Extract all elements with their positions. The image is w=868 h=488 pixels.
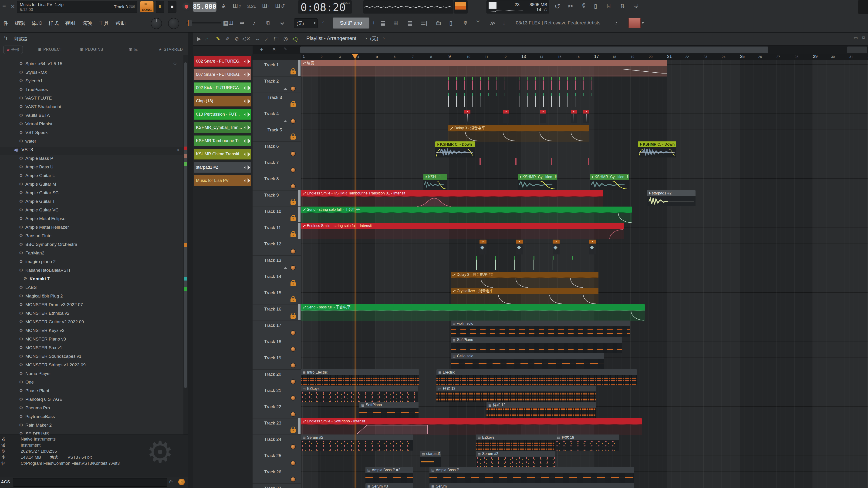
next-arrow-icon[interactable]: ➡: [240, 20, 244, 26]
picker-item-6[interactable]: KSHMR Tambourine Tr...: [194, 135, 251, 146]
track-lock-icon[interactable]: [290, 217, 296, 221]
track-header-10[interactable]: Track 10: [253, 206, 301, 223]
ruler-bar-31[interactable]: 31: [849, 55, 853, 59]
browser-item-ample-metal-hellrazer[interactable]: ⚙Ample Metal Hellrazer: [0, 224, 183, 232]
ruler-bar-2[interactable]: 2: [321, 55, 322, 59]
ruler-bar-26[interactable]: 26: [758, 55, 762, 59]
clip-audio-cymbal-8[interactable]: ⏵ KSH...1: [424, 174, 447, 190]
ruler-bar-16[interactable]: 16: [576, 55, 580, 59]
clip-midi-25[interactable]: ▤EZkeys: [301, 386, 418, 402]
track-header-2[interactable]: Track 2: [253, 76, 301, 93]
track-header-24[interactable]: Track 24: [253, 434, 301, 451]
browser-item-ample-guitar-sc[interactable]: ⚙Ample Guitar SC: [0, 190, 183, 198]
browser-scrollbar-handle[interactable]: [184, 62, 187, 388]
track-lock-icon[interactable]: [290, 282, 296, 286]
slip-tool-icon[interactable]: ↔: [254, 33, 261, 45]
picker-item-0[interactable]: 002 Snare - FUTUREG..: [194, 56, 251, 67]
ruler-bar-23[interactable]: 23: [704, 55, 707, 59]
ruler-bar-1[interactable]: 1: [303, 54, 305, 59]
browser-item-vaults-beta[interactable]: ⚙Vaults BETA: [0, 112, 183, 121]
note-icon[interactable]: ♪: [253, 20, 256, 26]
project-info-panel[interactable]: Music for Lisa PV_1.zip 5:12:00 Track 3 …: [17, 1, 137, 13]
clip-audio-cymbal-10[interactable]: ⏵ KSHMR_Cy...ition_15: [590, 174, 629, 190]
menu-3[interactable]: 样式: [45, 14, 62, 32]
browser-item-bbc-symphony-orchestra[interactable]: ⚙BBC Symphony Orchestra: [0, 242, 183, 250]
browser-tab-3[interactable]: ▣库: [126, 45, 141, 54]
clip-marker-brown[interactable]: ⏵◆: [516, 239, 523, 255]
main-menu-icon[interactable]: ≡: [2, 3, 6, 10]
link-icon[interactable]: ⧉: [266, 20, 270, 26]
track-lock-icon[interactable]: [290, 429, 296, 433]
browser-item-se-drums[interactable]: ⚙SE-DRUMS: [0, 431, 183, 434]
menu-2[interactable]: 添加: [28, 14, 45, 32]
clip-midi-36[interactable]: ▤Ample Bass P: [430, 467, 634, 483]
browser-item-numa-player[interactable]: ⚙Numa Player: [0, 371, 183, 379]
ruler-bar-14[interactable]: 14: [539, 55, 543, 59]
track-lock-icon[interactable]: [290, 298, 296, 302]
browser-tab-4[interactable]: ★STARRED: [155, 45, 186, 54]
browser-item-magical-8bit-plug-2[interactable]: ⚙Magical 8bit Plug 2: [0, 293, 183, 301]
track-header-8[interactable]: Track 8: [253, 174, 301, 191]
track-lock-icon[interactable]: [290, 315, 296, 319]
clip-audio-kshmr-6[interactable]: ⏵ KSHMR C. - Down: [638, 141, 676, 158]
browser-item-monster-strings-v1-2022-09[interactable]: ⚙MONSTER Strings v1.2022.09: [0, 362, 183, 370]
ruler-bar-8[interactable]: 8: [430, 55, 432, 59]
track-record-icon[interactable]: [291, 347, 295, 351]
clip-midi-34[interactable]: ▤Serum #2: [476, 451, 555, 467]
clip-audio-kshmr-5[interactable]: ⏵ KSHMR C. - Down: [435, 141, 475, 158]
tags-search-icon[interactable]: ○: [178, 479, 185, 485]
delete-tool-icon[interactable]: ⊘: [233, 33, 241, 45]
sound-preview-box[interactable]: [628, 18, 641, 28]
browser-item-monster-ethnica-v2[interactable]: ⚙MONSTER Ethnica v2: [0, 311, 183, 319]
menu-5[interactable]: 选项: [79, 14, 95, 32]
clip-midi-26[interactable]: ▤样式 13: [436, 386, 596, 402]
picker-item-2[interactable]: 002 Kick - FUTUREGA..: [194, 82, 251, 93]
track-header-18[interactable]: Track 18: [253, 337, 301, 353]
pattern-selector[interactable]: SoftPiano: [333, 18, 369, 29]
clip-marker-red[interactable]: ⏵: [464, 110, 470, 123]
pattern-prev-arrow[interactable]: ‹: [322, 20, 324, 25]
piano-roll-icon[interactable]: 𝄜: [394, 20, 398, 26]
track-header-23[interactable]: Track 23: [253, 418, 301, 435]
track-record-icon[interactable]: [291, 363, 295, 367]
ruler-bar-15[interactable]: 15: [558, 55, 561, 59]
browser-item-monster-sax-v1[interactable]: ⚙MONSTER Sax v1: [0, 345, 183, 353]
plugin-picker-icon[interactable]: 🜃: [280, 20, 285, 26]
track-header-3[interactable]: Track 3: [253, 93, 301, 109]
browser-item-stylusrmx[interactable]: ⚙StylusRMX: [0, 70, 183, 77]
sound-preview-arrow[interactable]: ▸: [642, 20, 644, 25]
tags-input[interactable]: [13, 478, 167, 487]
track-header-1[interactable]: Track 1: [253, 60, 301, 76]
video-panel-icon[interactable]: ▯: [594, 3, 597, 9]
browser-tab-0[interactable]: ▰全部: [3, 45, 23, 54]
microphone-icon[interactable]: 🎙︎: [581, 2, 587, 9]
sync-icon[interactable]: ⇅: [620, 3, 625, 9]
clip-automation-4[interactable]: Delay 3 - 混音电平: [448, 125, 589, 141]
track-delete-button[interactable]: ✕: [272, 46, 276, 52]
select-tool-icon[interactable]: ⬚: [272, 33, 280, 45]
browser-item-fartman2[interactable]: ⚙FartMan2: [0, 250, 183, 258]
clip-marker-brown[interactable]: ⏵◆: [479, 239, 487, 255]
browser-item-ample-guitar-vc[interactable]: ⚙Ample Guitar VC: [0, 207, 183, 215]
track-header-19[interactable]: Track 19: [253, 353, 301, 369]
clip-midi-21[interactable]: ▤SoftPiano: [451, 337, 622, 353]
browser-item-psytrancebass[interactable]: ⚙PsytranceBass: [0, 414, 183, 422]
browser-item-ample-metal-eclipse[interactable]: ⚙Ample Metal Eclipse: [0, 216, 183, 224]
typing-keyboard-icon[interactable]: Ш+: [262, 3, 271, 9]
main-pitch-knob[interactable]: [168, 18, 179, 29]
browser-item-bansuri-flute[interactable]: ⚙Bansuri Flute: [0, 233, 183, 241]
main-volume-knob[interactable]: [151, 18, 162, 29]
collapse-triangle-icon[interactable]: [283, 88, 287, 90]
touch-controller-icon[interactable]: ᛉ: [476, 20, 479, 26]
track-record-icon[interactable]: [291, 249, 295, 254]
picker-item-4[interactable]: 013 Percussion - FUT...: [194, 109, 251, 120]
browser-item-ample-bass-p[interactable]: ⚙Ample Bass P: [0, 156, 183, 164]
track-header-12[interactable]: Track 12: [253, 239, 301, 256]
clip-midi-38[interactable]: ▤Serum: [430, 483, 634, 488]
pattern-grid-icon[interactable]: ▦Ш: [223, 20, 234, 26]
ruler-bar-11[interactable]: 11: [485, 55, 488, 59]
track-header-7[interactable]: Track 7: [253, 158, 301, 174]
track-header-27[interactable]: Track 27: [253, 483, 301, 488]
cut-icon[interactable]: ✂: [568, 2, 573, 10]
clip-midi-20[interactable]: ▤violin solo: [451, 321, 630, 336]
